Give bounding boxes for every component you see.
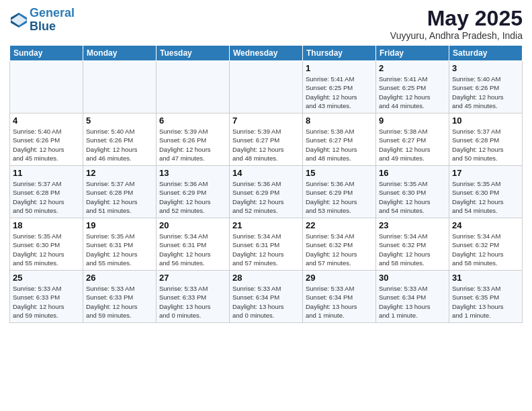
day-info: Sunrise: 5:33 AMSunset: 6:33 PMDaylight:…: [86, 284, 153, 320]
title-block: May 2025 Vuyyuru, Andhra Pradesh, India: [390, 7, 523, 41]
calendar-cell: 2Sunrise: 5:41 AMSunset: 6:25 PMDaylight…: [376, 61, 449, 113]
calendar-cell: 3Sunrise: 5:40 AMSunset: 6:26 PMDaylight…: [449, 61, 523, 113]
day-number: 30: [379, 273, 446, 283]
logo: GeneralBlue: [9, 7, 75, 34]
weekday-sunday: Sunday: [10, 46, 83, 61]
calendar-week-3: 11Sunrise: 5:37 AMSunset: 6:28 PMDayligh…: [10, 166, 523, 218]
day-info: Sunrise: 5:33 AMSunset: 6:33 PMDaylight:…: [159, 284, 226, 320]
calendar-week-1: 1Sunrise: 5:41 AMSunset: 6:25 PMDaylight…: [10, 61, 523, 113]
calendar-cell: 24Sunrise: 5:34 AMSunset: 6:32 PMDayligh…: [449, 218, 523, 271]
day-number: 12: [86, 168, 153, 178]
calendar-cell: 23Sunrise: 5:34 AMSunset: 6:32 PMDayligh…: [376, 218, 449, 271]
calendar-cell: 19Sunrise: 5:35 AMSunset: 6:31 PMDayligh…: [83, 218, 157, 271]
day-info: Sunrise: 5:33 AMSunset: 6:34 PMDaylight:…: [379, 284, 446, 320]
weekday-friday: Friday: [376, 46, 449, 61]
weekday-saturday: Saturday: [449, 46, 523, 61]
calendar-cell: [157, 61, 230, 113]
calendar-cell: 4Sunrise: 5:40 AMSunset: 6:26 PMDaylight…: [10, 113, 83, 166]
day-number: 28: [232, 273, 300, 283]
day-number: 15: [306, 168, 373, 178]
calendar-cell: 17Sunrise: 5:35 AMSunset: 6:30 PMDayligh…: [449, 166, 523, 218]
page: GeneralBlue May 2025 Vuyyuru, Andhra Pra…: [0, 0, 532, 411]
day-number: 10: [452, 116, 519, 126]
day-number: 19: [86, 220, 153, 230]
day-info: Sunrise: 5:37 AMSunset: 6:28 PMDaylight:…: [86, 179, 153, 215]
calendar-cell: 21Sunrise: 5:34 AMSunset: 6:31 PMDayligh…: [230, 218, 303, 271]
calendar-cell: 13Sunrise: 5:36 AMSunset: 6:29 PMDayligh…: [157, 166, 230, 218]
calendar-cell: 12Sunrise: 5:37 AMSunset: 6:28 PMDayligh…: [83, 166, 157, 218]
calendar-cell: [230, 61, 303, 113]
location-subtitle: Vuyyuru, Andhra Pradesh, India: [390, 30, 523, 41]
day-info: Sunrise: 5:38 AMSunset: 6:27 PMDaylight:…: [306, 127, 373, 163]
day-number: 24: [452, 220, 519, 230]
day-info: Sunrise: 5:33 AMSunset: 6:35 PMDaylight:…: [452, 284, 519, 320]
calendar-cell: 14Sunrise: 5:36 AMSunset: 6:29 PMDayligh…: [230, 166, 303, 218]
header: GeneralBlue May 2025 Vuyyuru, Andhra Pra…: [9, 7, 523, 41]
calendar-cell: 10Sunrise: 5:37 AMSunset: 6:28 PMDayligh…: [449, 113, 523, 166]
day-info: Sunrise: 5:39 AMSunset: 6:27 PMDaylight:…: [232, 127, 300, 163]
calendar-cell: 11Sunrise: 5:37 AMSunset: 6:28 PMDayligh…: [10, 166, 83, 218]
day-number: 5: [86, 116, 153, 126]
day-info: Sunrise: 5:41 AMSunset: 6:25 PMDaylight:…: [306, 75, 373, 110]
logo-icon: [9, 11, 28, 30]
calendar-cell: 5Sunrise: 5:40 AMSunset: 6:26 PMDaylight…: [83, 113, 157, 166]
day-number: 27: [159, 273, 226, 283]
day-number: 21: [232, 220, 300, 230]
day-info: Sunrise: 5:40 AMSunset: 6:26 PMDaylight:…: [13, 127, 80, 163]
day-info: Sunrise: 5:41 AMSunset: 6:25 PMDaylight:…: [379, 75, 446, 110]
day-number: 4: [13, 116, 80, 126]
day-info: Sunrise: 5:35 AMSunset: 6:30 PMDaylight:…: [379, 179, 446, 215]
day-number: 6: [159, 116, 226, 126]
calendar-cell: 26Sunrise: 5:33 AMSunset: 6:33 PMDayligh…: [83, 271, 157, 323]
calendar-cell: 7Sunrise: 5:39 AMSunset: 6:27 PMDaylight…: [230, 113, 303, 166]
day-number: 3: [452, 63, 519, 73]
day-info: Sunrise: 5:34 AMSunset: 6:31 PMDaylight:…: [159, 232, 226, 267]
day-info: Sunrise: 5:33 AMSunset: 6:33 PMDaylight:…: [13, 284, 80, 320]
day-number: 18: [13, 220, 80, 230]
day-number: 2: [379, 63, 446, 73]
day-info: Sunrise: 5:36 AMSunset: 6:29 PMDaylight:…: [232, 179, 300, 215]
day-info: Sunrise: 5:33 AMSunset: 6:34 PMDaylight:…: [232, 284, 300, 320]
calendar-cell: 18Sunrise: 5:35 AMSunset: 6:30 PMDayligh…: [10, 218, 83, 271]
day-info: Sunrise: 5:33 AMSunset: 6:34 PMDaylight:…: [306, 284, 373, 320]
day-number: 7: [232, 116, 300, 126]
calendar-cell: 9Sunrise: 5:38 AMSunset: 6:27 PMDaylight…: [376, 113, 449, 166]
day-number: 31: [452, 273, 519, 283]
day-number: 13: [159, 168, 226, 178]
day-number: 25: [13, 273, 80, 283]
day-info: Sunrise: 5:35 AMSunset: 6:31 PMDaylight:…: [86, 232, 153, 267]
day-info: Sunrise: 5:37 AMSunset: 6:28 PMDaylight:…: [452, 127, 519, 163]
month-year-title: May 2025: [390, 7, 523, 30]
day-number: 22: [306, 220, 373, 230]
day-info: Sunrise: 5:34 AMSunset: 6:32 PMDaylight:…: [379, 232, 446, 267]
calendar-cell: 20Sunrise: 5:34 AMSunset: 6:31 PMDayligh…: [157, 218, 230, 271]
day-info: Sunrise: 5:37 AMSunset: 6:28 PMDaylight:…: [13, 179, 80, 215]
calendar-cell: 15Sunrise: 5:36 AMSunset: 6:29 PMDayligh…: [303, 166, 376, 218]
day-number: 26: [86, 273, 153, 283]
calendar-cell: 8Sunrise: 5:38 AMSunset: 6:27 PMDaylight…: [303, 113, 376, 166]
day-info: Sunrise: 5:34 AMSunset: 6:32 PMDaylight:…: [452, 232, 519, 267]
calendar-table: SundayMondayTuesdayWednesdayThursdayFrid…: [9, 45, 523, 323]
day-info: Sunrise: 5:40 AMSunset: 6:26 PMDaylight:…: [86, 127, 153, 163]
calendar-cell: [83, 61, 157, 113]
calendar-week-5: 25Sunrise: 5:33 AMSunset: 6:33 PMDayligh…: [10, 271, 523, 323]
day-number: 29: [306, 273, 373, 283]
logo-name: GeneralBlue: [30, 7, 75, 34]
day-number: 14: [232, 168, 300, 178]
day-number: 20: [159, 220, 226, 230]
day-info: Sunrise: 5:34 AMSunset: 6:32 PMDaylight:…: [306, 232, 373, 267]
calendar-cell: 31Sunrise: 5:33 AMSunset: 6:35 PMDayligh…: [449, 271, 523, 323]
day-number: 17: [452, 168, 519, 178]
day-info: Sunrise: 5:35 AMSunset: 6:30 PMDaylight:…: [452, 179, 519, 215]
weekday-thursday: Thursday: [303, 46, 376, 61]
calendar-cell: [10, 61, 83, 113]
weekday-monday: Monday: [83, 46, 157, 61]
day-number: 9: [379, 116, 446, 126]
weekday-wednesday: Wednesday: [230, 46, 303, 61]
calendar-cell: 6Sunrise: 5:39 AMSunset: 6:26 PMDaylight…: [157, 113, 230, 166]
calendar-cell: 29Sunrise: 5:33 AMSunset: 6:34 PMDayligh…: [303, 271, 376, 323]
weekday-header-row: SundayMondayTuesdayWednesdayThursdayFrid…: [10, 46, 523, 61]
day-info: Sunrise: 5:35 AMSunset: 6:30 PMDaylight:…: [13, 232, 80, 267]
day-info: Sunrise: 5:38 AMSunset: 6:27 PMDaylight:…: [379, 127, 446, 163]
calendar-cell: 16Sunrise: 5:35 AMSunset: 6:30 PMDayligh…: [376, 166, 449, 218]
